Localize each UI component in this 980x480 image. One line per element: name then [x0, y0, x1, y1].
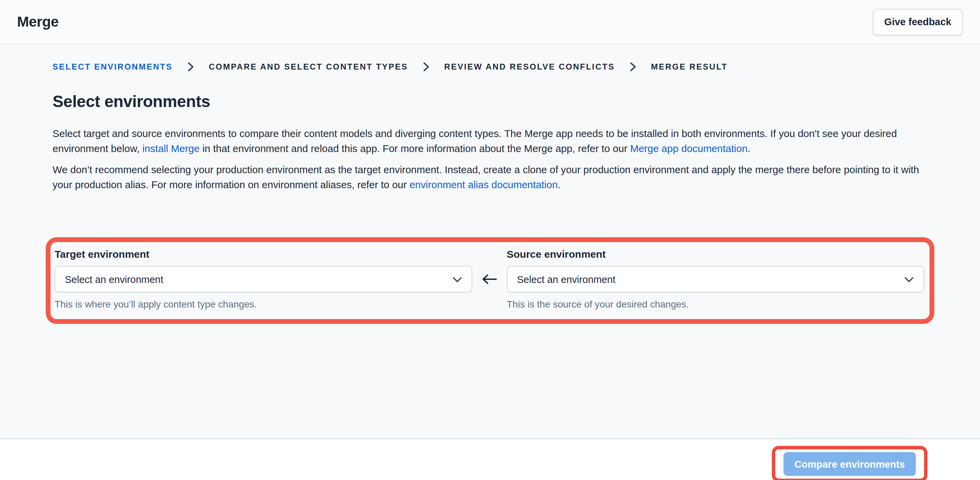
main-content: SELECT ENVIRONMENTSCOMPARE AND SELECT CO…: [0, 62, 980, 324]
target-environment-select[interactable]: Select an environment: [55, 266, 472, 293]
text-segment: in that environment and reload this app.…: [200, 143, 630, 154]
arrow-left-icon: [472, 248, 507, 309]
annotation-highlight-compare-button: Compare environments: [772, 446, 928, 480]
top-bar: Merge Give feedback: [0, 0, 980, 44]
target-environment-field: Target environment Select an environment…: [55, 248, 472, 309]
chevron-right-icon: [630, 62, 636, 71]
note-paragraph: We don’t recommend selecting your produc…: [52, 162, 928, 192]
stepper-item[interactable]: SELECT ENVIRONMENTS: [52, 62, 173, 71]
chevron-right-icon: [188, 62, 194, 71]
merge-app-documentation-link[interactable]: Merge app documentation: [630, 143, 748, 154]
target-environment-help: This is where you’ll apply content type …: [55, 299, 472, 309]
target-environment-select-value: Select an environment: [65, 274, 164, 285]
chevron-down-icon: [452, 274, 462, 285]
merge-app-window: Merge Give feedback SELECT ENVIRONMENTSC…: [0, 0, 980, 480]
environment-alias-documentation-link[interactable]: environment alias documentation: [409, 179, 558, 190]
source-environment-field: Source environment Select an environment…: [507, 248, 924, 309]
source-environment-select[interactable]: Select an environment: [507, 266, 924, 293]
chevron-down-icon: [904, 274, 914, 285]
stepper-item: COMPARE AND SELECT CONTENT TYPES: [209, 62, 408, 71]
give-feedback-button[interactable]: Give feedback: [872, 8, 963, 35]
page-title: Select environments: [52, 92, 928, 111]
compare-environments-button[interactable]: Compare environments: [783, 452, 916, 476]
stepper-item: MERGE RESULT: [651, 62, 728, 71]
footer-bar: Compare environments: [0, 439, 980, 480]
text-segment: .: [748, 143, 750, 154]
install-merge-link[interactable]: install Merge: [142, 143, 200, 154]
text-segment: .: [558, 179, 560, 190]
source-environment-label: Source environment: [507, 248, 924, 260]
app-title: Merge: [17, 14, 59, 30]
chevron-right-icon: [423, 62, 429, 71]
source-environment-select-value: Select an environment: [517, 274, 616, 285]
source-environment-help: This is the source of your desired chang…: [507, 299, 924, 309]
target-environment-label: Target environment: [55, 248, 472, 260]
stepper-item: REVIEW AND RESOLVE CONFLICTS: [444, 62, 615, 71]
annotation-highlight-environment-form: Target environment Select an environment…: [46, 237, 934, 324]
stepper: SELECT ENVIRONMENTSCOMPARE AND SELECT CO…: [52, 62, 928, 71]
intro-paragraph: Select target and source environments to…: [52, 126, 928, 156]
